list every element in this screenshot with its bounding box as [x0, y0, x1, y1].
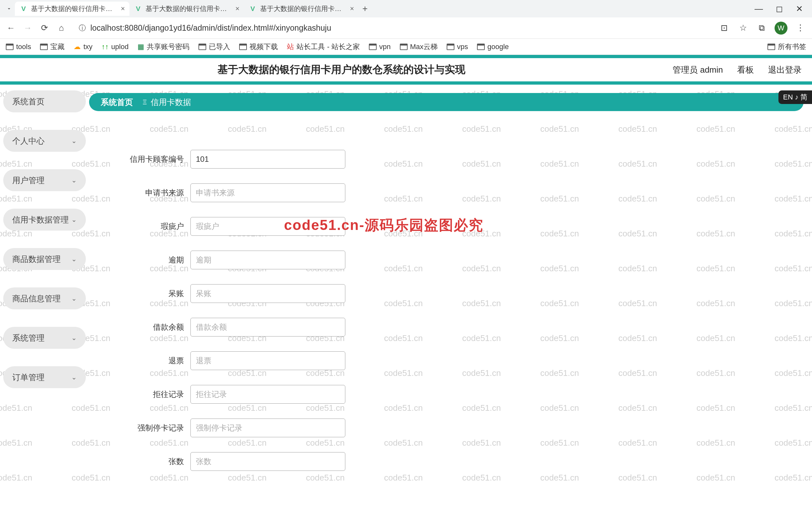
teal-divider-top — [0, 55, 812, 58]
folder-icon — [199, 44, 206, 50]
breadcrumb-home[interactable]: 系统首页 — [101, 97, 133, 108]
browser-tab-0[interactable]: V 基于大数据的银行信用卡用户的 × — [15, 2, 129, 16]
url-text: localhost:8080/django1yd16/admin/dist/in… — [90, 23, 331, 33]
close-icon[interactable]: × — [350, 4, 354, 13]
folder-icon — [477, 44, 485, 50]
toolbar-right: ⊡ ☆ ⧉ W ⋮ — [718, 22, 806, 34]
menu-icon[interactable]: ⋮ — [794, 22, 806, 34]
close-icon[interactable]: × — [121, 4, 125, 13]
form-row-loan-balance: 借款余额 — [89, 318, 804, 336]
bookmark-video[interactable]: 视频下载 — [239, 42, 278, 52]
sidebar-item-product-data[interactable]: 商品数据管理 ⌄ — [3, 248, 86, 270]
sidebar: 系统首页 个人中心 ⌄ 用户管理 ⌄ 信用卡数据管理 ⌄ 商品数据管理 ⌄ 商品… — [0, 85, 89, 486]
admin-label[interactable]: 管理员 admin — [673, 64, 723, 76]
bookmark-txy[interactable]: ☁txy — [74, 43, 92, 51]
sidebar-item-label: 商品数据管理 — [12, 254, 61, 265]
bookmark-vpn[interactable]: vpn — [369, 43, 390, 51]
chevron-down-icon: ⌄ — [71, 176, 77, 184]
language-badge[interactable]: EN ♪ 简 — [778, 90, 812, 104]
overdue-input[interactable] — [191, 251, 345, 269]
browser-tabs-bar: V 基于大数据的银行信用卡用户的 × V 基于大数据的银行信用卡用户的 × V … — [0, 0, 812, 18]
site-info-icon[interactable]: ⓘ — [79, 23, 86, 33]
browser-tab-1[interactable]: V 基于大数据的银行信用卡用户的 × — [129, 2, 244, 16]
count-input[interactable] — [191, 452, 345, 471]
content: 系统首页 Ξ 信用卡数据 信用卡顾客编号 申请书来源 瑕疵户 逾期 呆账 — [89, 85, 812, 486]
bookmark-baozang[interactable]: 宝藏 — [40, 42, 64, 52]
sidebar-item-home[interactable]: 系统首页 — [3, 90, 86, 112]
upload-icon: ↑↑ — [102, 43, 109, 51]
sidebar-item-profile[interactable]: 个人中心 ⌄ — [3, 130, 86, 152]
bookmark-google[interactable]: google — [477, 43, 509, 51]
bookmark-imported[interactable]: 已导入 — [199, 42, 230, 52]
dashboard-link[interactable]: 看板 — [737, 64, 754, 76]
reject-input[interactable] — [191, 385, 345, 404]
close-icon[interactable]: × — [235, 4, 239, 13]
defect-input[interactable] — [191, 217, 345, 236]
vue-icon: V — [19, 4, 28, 13]
field-label: 瑕疵户 — [89, 221, 191, 231]
sidebar-item-credit-card[interactable]: 信用卡数据管理 ⌄ — [3, 209, 86, 230]
new-tab-button[interactable]: + — [358, 4, 372, 14]
breadcrumb-current: 信用卡数据 — [151, 97, 191, 108]
lens-icon[interactable]: ⊡ — [718, 22, 730, 34]
field-label: 借款余额 — [89, 322, 191, 332]
star-icon[interactable]: ☆ — [737, 22, 749, 34]
teal-divider-mid — [0, 81, 812, 85]
folder-icon — [239, 44, 247, 50]
form-row-defect: 瑕疵户 — [89, 217, 804, 236]
folder-icon — [767, 44, 775, 50]
bad-debt-input[interactable] — [191, 284, 345, 303]
tab-title: 基于大数据的银行信用卡用户的 — [260, 4, 347, 13]
browser-toolbar: ← → ⟳ ⌂ ⓘ localhost:8080/django1yd16/adm… — [0, 18, 812, 39]
form-row-count: 张数 — [89, 452, 804, 471]
browser-tab-2[interactable]: V 基于大数据的银行信用卡用户的 × — [244, 2, 358, 16]
extensions-icon[interactable]: ⧉ — [756, 22, 767, 34]
field-label: 逾期 — [89, 255, 191, 265]
maximize-icon[interactable]: ◻ — [776, 4, 783, 14]
chevron-down-icon: ⌄ — [71, 216, 77, 223]
source-input[interactable] — [191, 184, 345, 202]
credit-card-form: 信用卡顾客编号 申请书来源 瑕疵户 逾期 呆账 借款余额 — [89, 111, 804, 471]
reload-button[interactable]: ⟳ — [39, 23, 50, 33]
form-row-reject: 拒往记录 — [89, 385, 804, 404]
sidebar-item-orders[interactable]: 订单管理 ⌄ — [3, 366, 86, 388]
chevron-down-icon: ⌄ — [71, 334, 77, 342]
field-label: 信用卡顾客编号 — [89, 154, 191, 164]
chevron-down-icon: ⌄ — [71, 373, 77, 381]
bookmark-tools[interactable]: tools — [6, 43, 31, 51]
avatar[interactable]: W — [775, 22, 787, 34]
site-icon: 站 — [287, 42, 294, 52]
close-window-icon[interactable]: ✕ — [796, 4, 803, 14]
sidebar-item-product-info[interactable]: 商品信息管理 ⌄ — [3, 288, 86, 309]
sidebar-item-label: 系统首页 — [12, 96, 45, 107]
form-row-source: 申请书来源 — [89, 184, 804, 202]
bookmark-zhanzhang[interactable]: 站站长工具 - 站长之家 — [287, 42, 360, 52]
url-bar[interactable]: ⓘ localhost:8080/django1yd16/admin/dist/… — [73, 21, 712, 35]
back-button[interactable]: ← — [6, 23, 16, 33]
forward-button[interactable]: → — [23, 23, 33, 33]
tab-title: 基于大数据的银行信用卡用户的 — [146, 4, 232, 13]
logout-link[interactable]: 退出登录 — [768, 64, 802, 76]
sidebar-item-label: 系统管理 — [12, 333, 45, 343]
force-stop-input[interactable] — [191, 418, 345, 437]
bookmark-all[interactable]: 所有书签 — [767, 42, 806, 52]
bookmark-max[interactable]: Max云梯 — [400, 42, 438, 52]
sidebar-item-users[interactable]: 用户管理 ⌄ — [3, 169, 86, 191]
vue-icon: V — [134, 4, 142, 13]
bookmark-uplod[interactable]: ↑↑uplod — [102, 43, 129, 51]
bookmark-vps[interactable]: vps — [447, 43, 468, 51]
home-button[interactable]: ⌂ — [56, 23, 66, 33]
minimize-icon[interactable]: — — [755, 4, 763, 14]
bookmark-shared[interactable]: ▦共享账号密码 — [138, 42, 190, 52]
sidebar-item-system[interactable]: 系统管理 ⌄ — [3, 327, 86, 349]
customer-id-input[interactable] — [191, 150, 345, 169]
loan-balance-input[interactable] — [191, 318, 345, 336]
sidebar-item-label: 用户管理 — [12, 175, 45, 186]
field-label: 申请书来源 — [89, 188, 191, 198]
bounce-input[interactable] — [191, 351, 345, 370]
tab-search-dropdown[interactable] — [3, 6, 15, 11]
folder-icon — [6, 44, 13, 50]
folder-icon — [447, 44, 455, 50]
header-right: 管理员 admin 看板 退出登录 — [673, 64, 802, 76]
chevron-down-icon: ⌄ — [71, 137, 77, 145]
